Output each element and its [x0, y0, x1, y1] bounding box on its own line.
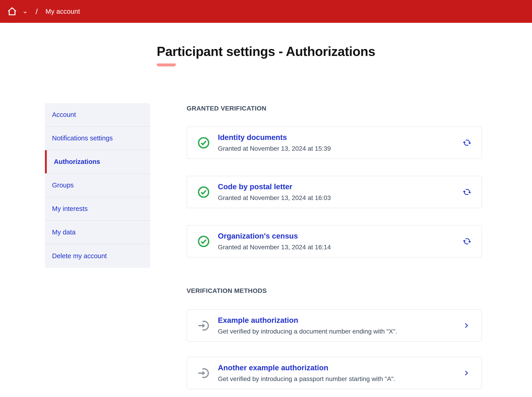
sidebar-item-my-interests[interactable]: My interests — [45, 197, 150, 221]
authorization-title-link[interactable]: Organization's census — [218, 232, 298, 240]
check-circle-icon — [197, 235, 210, 248]
refresh-icon[interactable] — [462, 237, 472, 246]
granted-verification-heading: GRANTED VERIFICATION — [187, 105, 482, 112]
top-navigation-bar: / My account — [0, 0, 532, 23]
granted-card-organizations-census: Organization's census Granted at Novembe… — [187, 225, 482, 258]
sidebar-item-account[interactable]: Account — [45, 103, 150, 127]
method-description: Get verified by introducing a passport n… — [218, 376, 463, 383]
settings-sidebar: Account Notifications settings Authoriza… — [45, 103, 150, 268]
home-icon[interactable] — [7, 6, 17, 17]
authorizations-main: GRANTED VERIFICATION Identity documents … — [187, 103, 482, 389]
sidebar-item-authorizations[interactable]: Authorizations — [45, 150, 150, 174]
granted-timestamp: Granted at November 13, 2024 at 16:14 — [218, 244, 462, 251]
login-circle-icon — [197, 367, 210, 380]
check-circle-icon — [197, 136, 210, 149]
verification-methods-list: Example authorization Get verified by in… — [187, 309, 482, 389]
granted-verification-list: Identity documents Granted at November 1… — [187, 126, 482, 258]
verification-methods-heading: VERIFICATION METHODS — [187, 287, 482, 295]
authorization-title-link[interactable]: Identity documents — [218, 133, 287, 142]
granted-card-identity-documents: Identity documents Granted at November 1… — [187, 126, 482, 159]
login-circle-icon — [197, 319, 210, 332]
method-card-example-authorization[interactable]: Example authorization Get verified by in… — [187, 309, 482, 342]
authorization-title-link[interactable]: Code by postal letter — [218, 183, 292, 191]
chevron-right-icon — [463, 370, 472, 377]
refresh-icon[interactable] — [462, 138, 472, 147]
granted-timestamp: Granted at November 13, 2024 at 16:03 — [218, 194, 462, 202]
chevron-right-icon — [463, 322, 472, 329]
breadcrumb-separator: / — [36, 7, 38, 16]
method-title-link[interactable]: Another example authorization — [218, 364, 328, 372]
sidebar-item-my-data[interactable]: My data — [45, 221, 150, 244]
breadcrumb-my-account-link[interactable]: My account — [45, 8, 80, 15]
page-header: Participant settings - Authorizations — [0, 43, 532, 66]
page-title: Participant settings - Authorizations — [157, 43, 375, 60]
chevron-down-icon[interactable] — [22, 10, 28, 15]
method-description: Get verified by introducing a document n… — [218, 328, 463, 335]
method-title-link[interactable]: Example authorization — [218, 316, 298, 324]
title-underline-decoration — [157, 63, 176, 66]
refresh-icon[interactable] — [462, 187, 472, 197]
sidebar-item-delete-my-account[interactable]: Delete my account — [45, 244, 150, 268]
sidebar-item-notifications-settings[interactable]: Notifications settings — [45, 127, 150, 150]
sidebar-item-groups[interactable]: Groups — [45, 174, 150, 197]
check-circle-icon — [197, 186, 210, 198]
granted-timestamp: Granted at November 13, 2024 at 15:39 — [218, 145, 462, 152]
granted-card-code-by-postal-letter: Code by postal letter Granted at Novembe… — [187, 176, 482, 208]
method-card-another-example-authorization[interactable]: Another example authorization Get verifi… — [187, 357, 482, 389]
